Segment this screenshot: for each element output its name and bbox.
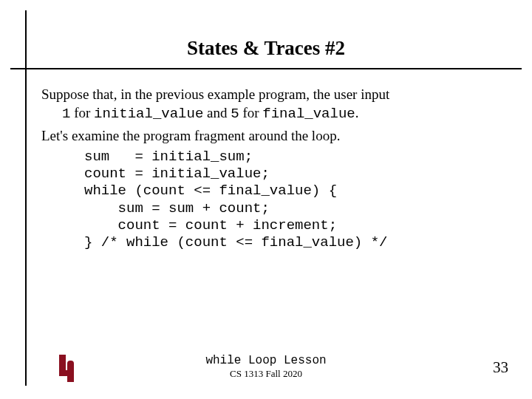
footer-lesson: while Loop Lesson bbox=[0, 354, 532, 367]
paragraph-2: Let's examine the program fragment aroun… bbox=[41, 127, 499, 146]
slide-title: States & Traces #2 bbox=[0, 37, 532, 60]
para1-period: . bbox=[355, 105, 359, 120]
literal-1: 1 bbox=[62, 106, 70, 122]
para1-line1: Suppose that, in the previous example pr… bbox=[41, 86, 389, 102]
footer-course: CS 1313 Fall 2020 bbox=[0, 368, 532, 380]
text-for-2: for bbox=[239, 105, 263, 120]
footer: while Loop Lesson CS 1313 Fall 2020 bbox=[0, 354, 532, 380]
page-number: 33 bbox=[493, 358, 508, 377]
code-final-value: final_value bbox=[262, 106, 355, 122]
decor-horizontal-rule bbox=[10, 68, 522, 69]
literal-5: 5 bbox=[231, 106, 239, 122]
decor-vertical-rule bbox=[25, 10, 27, 386]
code-block: sum = initial_sum; count = initial_value… bbox=[84, 149, 499, 251]
text-for-1: for bbox=[70, 105, 94, 120]
para1-line2: 1 for initial_value and 5 for final_valu… bbox=[41, 104, 499, 123]
paragraph-1: Suppose that, in the previous example pr… bbox=[41, 86, 499, 123]
code-initial-value: initial_value bbox=[94, 106, 203, 122]
slide-body: Suppose that, in the previous example pr… bbox=[41, 86, 499, 251]
text-and: and bbox=[203, 105, 231, 120]
